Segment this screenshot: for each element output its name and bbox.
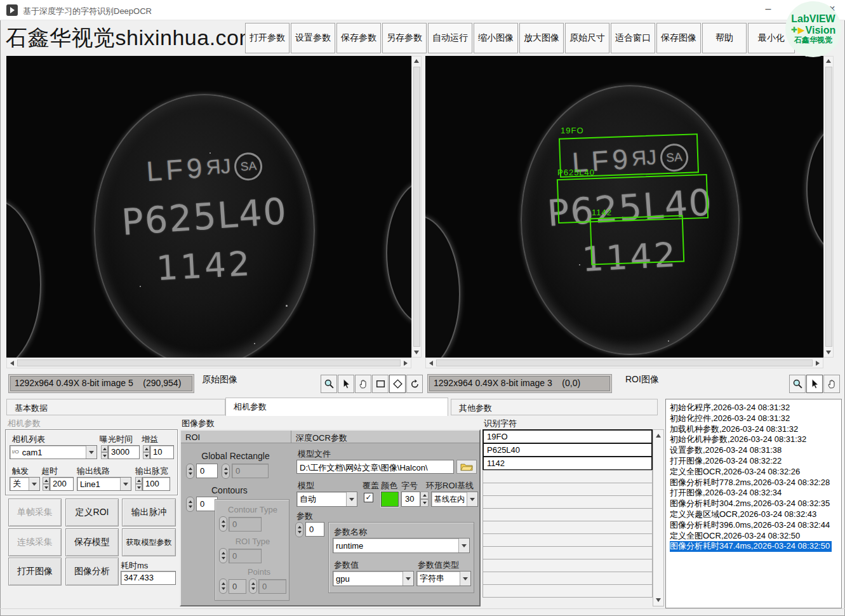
overlay-checkbox[interactable]: ✓ <box>364 493 373 502</box>
analyze-image-button[interactable]: 图像分析 <box>65 558 119 586</box>
ring-baseline-select[interactable]: 基线在内 <box>431 492 478 507</box>
scroll-down-icon[interactable] <box>824 348 833 357</box>
define-roi-button[interactable]: 定义ROI <box>65 499 119 526</box>
scroll-left-icon[interactable] <box>8 359 17 368</box>
log-entry-selected[interactable]: 图像分析耗时347.4ms,2026-03-24 08:32:50 <box>670 541 832 552</box>
pan-tool-button[interactable] <box>355 375 371 393</box>
tab-camera-params[interactable]: 相机参数 <box>225 398 448 416</box>
model-select[interactable]: 自动 <box>296 492 357 507</box>
log-entry[interactable]: 打开图像,2026-03-24 08:32:34 <box>670 488 841 499</box>
font-size-field[interactable]: 30 <box>401 492 420 507</box>
right-vertical-scrollbar[interactable] <box>823 56 834 358</box>
camera-select[interactable]: I/O cam1 <box>10 445 97 459</box>
zoom-tool-button[interactable] <box>789 375 806 393</box>
param-type-select[interactable]: 字符串 <box>416 571 471 586</box>
exposure-field[interactable]: 3000 <box>108 445 140 459</box>
log-entry[interactable]: 定义全图OCR,2026-03-24 08:32:26 <box>670 467 841 478</box>
toolbar-save-image[interactable]: 保存图像 <box>656 23 701 53</box>
recognized-item[interactable]: P625L40 <box>482 443 653 457</box>
recognized-list-scrollbar[interactable] <box>653 429 664 606</box>
pan-tool-button[interactable] <box>823 375 840 393</box>
log-entry[interactable]: 图像分析耗时304.2ms,2026-03-24 08:32:35 <box>670 499 841 509</box>
param-value-select[interactable]: gpu <box>333 571 414 586</box>
continuous-capture-button[interactable]: 连续采集 <box>8 528 62 556</box>
chevron-down-icon[interactable] <box>467 492 477 506</box>
model-file-path[interactable]: D:\工作文档\网站文章\图像\Halcon\ <box>296 460 454 474</box>
right-horizontal-scrollbar[interactable] <box>425 358 823 368</box>
original-image-viewport[interactable]: LF9ЯJSA P625L40 1142 <box>6 56 411 358</box>
get-model-params-button[interactable]: 获取模型参数 <box>122 528 176 556</box>
log-entry[interactable]: 定义全图OCR,2026-03-24 08:32:50 <box>670 531 841 542</box>
save-model-button[interactable]: 保存模型 <box>65 528 119 556</box>
cursor-tool-button[interactable] <box>806 375 823 393</box>
log-entry[interactable]: 打开图像,2026-03-24 08:32:22 <box>670 456 841 467</box>
toolbar-save-params[interactable]: 保存参数 <box>336 23 381 53</box>
chevron-down-icon[interactable] <box>458 539 469 552</box>
chevron-down-icon[interactable] <box>403 572 413 586</box>
scroll-left-icon[interactable] <box>427 359 436 368</box>
log-panel[interactable]: 初始化程序,2026-03-24 08:31:32 初始化控件,2026-03-… <box>665 399 842 608</box>
output-pulse-stepper[interactable] <box>135 477 142 491</box>
rotated-rect-tool-button[interactable] <box>389 375 406 393</box>
output-pulse-field[interactable]: 100 <box>142 477 170 491</box>
single-capture-button[interactable]: 单帧采集 <box>8 499 62 526</box>
log-entry[interactable]: 初始化控件,2026-03-24 08:31:32 <box>670 413 841 424</box>
toolbar-saveas-params[interactable]: 另存参数 <box>382 23 427 53</box>
log-entry[interactable]: 定义兴趣区域OCR,2026-03-24 08:32:43 <box>670 509 841 520</box>
cursor-tool-button[interactable] <box>338 375 354 393</box>
scroll-down-icon[interactable] <box>412 348 421 357</box>
left-vertical-scrollbar[interactable] <box>411 56 422 358</box>
rectangle-roi-tool-button[interactable] <box>372 375 389 393</box>
toolbar-auto-run[interactable]: 自动运行 <box>428 23 472 53</box>
log-entry[interactable]: 设置参数,2026-03-24 08:31:38 <box>670 445 841 456</box>
overlay-color-swatch[interactable] <box>381 492 399 507</box>
global-rect-value-stepper[interactable] <box>222 464 230 479</box>
output-line-select[interactable]: Line1 <box>77 477 131 491</box>
toolbar-zoom-in[interactable]: 放大图像 <box>519 23 564 53</box>
scroll-down-icon[interactable] <box>654 596 663 605</box>
zoom-tool-button[interactable] <box>321 375 337 393</box>
global-rect-count[interactable]: 0 <box>196 464 218 478</box>
gain-stepper[interactable] <box>143 445 150 459</box>
tab-other-params[interactable]: 其他参数 <box>451 399 658 415</box>
scroll-up-icon[interactable] <box>654 431 663 440</box>
toolbar-open-params[interactable]: 打开参数 <box>245 23 289 53</box>
param-index-stepper[interactable] <box>295 522 303 537</box>
recognized-item[interactable]: 1142 <box>482 456 653 471</box>
scroll-up-icon[interactable] <box>824 57 833 65</box>
scroll-right-icon[interactable] <box>401 359 410 368</box>
toolbar-set-params[interactable]: 设置参数 <box>291 23 335 53</box>
minimize-button[interactable]: – <box>754 0 782 19</box>
toolbar-zoom-out[interactable]: 缩小图像 <box>474 23 518 53</box>
roi-image-viewport[interactable]: LF9ЯJSA P625L40 1142 19FO P625L40 1142 <box>425 56 823 358</box>
scroll-right-icon[interactable] <box>813 359 822 368</box>
global-rect-stepper[interactable] <box>186 464 194 479</box>
chevron-down-icon[interactable] <box>120 478 131 490</box>
log-entry[interactable]: 初始化程序,2026-03-24 08:31:32 <box>670 403 841 413</box>
left-horizontal-scrollbar[interactable] <box>6 358 411 368</box>
scroll-up-icon[interactable] <box>412 57 421 65</box>
toolbar-fit-window[interactable]: 适合窗口 <box>611 23 655 53</box>
log-entry[interactable]: 图像分析耗时778.2ms,2026-03-24 08:32:28 <box>670 478 841 488</box>
contours-stepper[interactable] <box>186 497 194 512</box>
output-pulse-button[interactable]: 输出脉冲 <box>122 499 176 526</box>
browse-folder-button[interactable] <box>456 460 477 474</box>
tab-basic-data[interactable]: 基本数据 <box>6 399 225 415</box>
exposure-stepper[interactable] <box>101 445 108 459</box>
log-entry[interactable]: 加载机种参数,2026-03-24 08:31:32 <box>670 424 841 435</box>
recognized-item[interactable]: 19FO <box>482 429 653 444</box>
chevron-down-icon[interactable] <box>86 446 96 459</box>
font-size-stepper[interactable] <box>420 492 429 507</box>
param-name-select[interactable]: runtime <box>333 538 470 553</box>
toolbar-help[interactable]: 帮助 <box>702 23 747 53</box>
timeout-stepper[interactable] <box>43 477 50 491</box>
gain-field[interactable]: 10 <box>150 445 174 459</box>
chevron-down-icon[interactable] <box>460 572 470 586</box>
chevron-down-icon[interactable] <box>29 478 39 490</box>
log-entry[interactable]: 初始化机种参数,2026-03-24 08:31:32 <box>670 434 841 445</box>
chevron-down-icon[interactable] <box>346 492 357 506</box>
open-image-button[interactable]: 打开图像 <box>8 558 62 586</box>
toolbar-original-size[interactable]: 原始尺寸 <box>565 23 609 53</box>
trigger-select[interactable]: 关 <box>10 477 40 491</box>
log-entry[interactable]: 图像分析耗时396.0ms,2026-03-24 08:32:44 <box>670 520 841 531</box>
